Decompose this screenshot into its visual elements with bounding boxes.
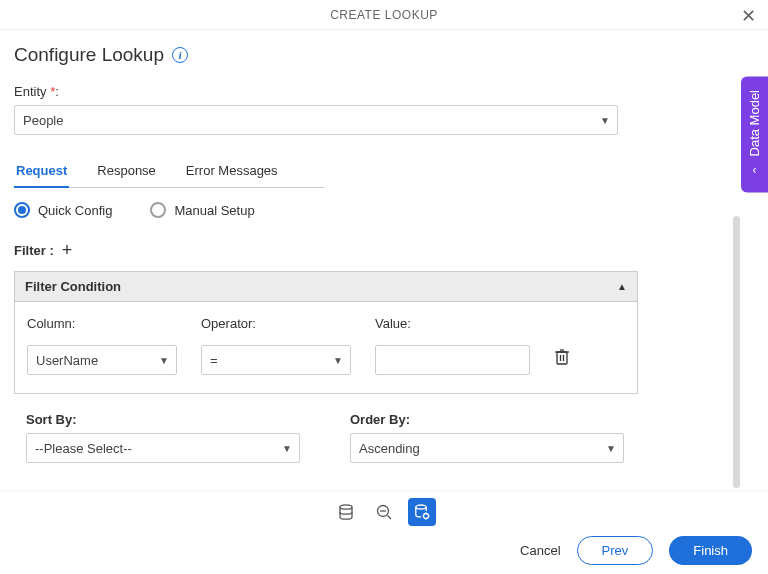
radio-icon: [150, 202, 166, 218]
svg-line-8: [388, 516, 392, 520]
zoom-out-icon[interactable]: [370, 498, 398, 526]
filter-operator-field: Operator: = ▼: [201, 316, 351, 375]
chevron-up-icon[interactable]: ▲: [617, 281, 627, 292]
chevron-left-icon: ›: [753, 164, 757, 178]
dialog-header: CREATE LOOKUP ✕: [0, 0, 768, 30]
tab-request[interactable]: Request: [14, 155, 69, 188]
info-icon[interactable]: i: [172, 47, 188, 63]
main-content: Configure Lookup i Entity *: People ▼ Re…: [0, 30, 768, 490]
delete-filter-button[interactable]: [554, 348, 570, 375]
data-model-side-tab[interactable]: › Data Model: [741, 76, 768, 192]
entity-field: Entity *: People ▼: [14, 84, 754, 135]
entity-label-text: Entity: [14, 84, 47, 99]
svg-point-9: [416, 505, 426, 509]
cancel-button[interactable]: Cancel: [520, 543, 560, 558]
operator-label: Operator:: [201, 316, 351, 331]
page-title-row: Configure Lookup i: [14, 44, 754, 66]
finish-button[interactable]: Finish: [669, 536, 752, 565]
config-mode-radios: Quick Config Manual Setup: [14, 202, 754, 218]
database-icon[interactable]: [332, 498, 360, 526]
tab-response[interactable]: Response: [95, 155, 158, 187]
plus-icon[interactable]: +: [62, 240, 73, 261]
sort-by-field: Sort By: --Please Select-- ▼: [26, 412, 300, 463]
trash-icon: [554, 348, 570, 366]
radio-label: Manual Setup: [174, 203, 254, 218]
entity-select-wrap: People ▼: [14, 105, 618, 135]
scrollbar[interactable]: [733, 216, 740, 488]
sort-by-label: Sort By:: [26, 412, 300, 427]
filter-value-field: Value:: [375, 316, 530, 375]
filter-header: Filter : +: [14, 240, 754, 261]
sort-by-select[interactable]: --Please Select--: [26, 433, 300, 463]
filter-panel-body: Column: UserName ▼ Operator: = ▼: [15, 302, 637, 393]
order-by-field: Order By: Ascending ▼: [350, 412, 624, 463]
close-icon[interactable]: ✕: [738, 5, 758, 27]
svg-point-10: [424, 514, 429, 519]
radio-label: Quick Config: [38, 203, 112, 218]
footer: Cancel Prev Finish: [0, 492, 768, 574]
filter-condition-panel: Filter Condition ▲ Column: UserName ▼ Op…: [14, 271, 638, 394]
side-tab-label: Data Model: [747, 90, 762, 156]
filter-panel-title: Filter Condition: [25, 279, 121, 294]
footer-buttons: Cancel Prev Finish: [0, 530, 768, 571]
filter-column-field: Column: UserName ▼: [27, 316, 177, 375]
value-label: Value:: [375, 316, 530, 331]
entity-label: Entity *:: [14, 84, 754, 99]
filter-panel-header[interactable]: Filter Condition ▲: [15, 272, 637, 302]
order-by-select[interactable]: Ascending: [350, 433, 624, 463]
svg-rect-0: [557, 352, 567, 364]
value-input[interactable]: [375, 345, 530, 375]
column-label: Column:: [27, 316, 177, 331]
prev-button[interactable]: Prev: [577, 536, 654, 565]
order-by-label: Order By:: [350, 412, 624, 427]
svg-point-5: [340, 505, 352, 509]
entity-select[interactable]: People: [14, 105, 618, 135]
radio-quick-config[interactable]: Quick Config: [14, 202, 112, 218]
operator-select[interactable]: =: [201, 345, 351, 375]
tab-error-messages[interactable]: Error Messages: [184, 155, 280, 187]
column-select[interactable]: UserName: [27, 345, 177, 375]
tabs: Request Response Error Messages: [14, 155, 324, 188]
radio-icon: [14, 202, 30, 218]
page-title: Configure Lookup: [14, 44, 164, 66]
radio-manual-setup[interactable]: Manual Setup: [150, 202, 254, 218]
footer-toolbar: [0, 492, 768, 530]
sort-row: Sort By: --Please Select-- ▼ Order By: A…: [14, 412, 754, 463]
filter-label: Filter :: [14, 243, 54, 258]
dialog-title: CREATE LOOKUP: [330, 8, 438, 22]
database-settings-icon[interactable]: [408, 498, 436, 526]
